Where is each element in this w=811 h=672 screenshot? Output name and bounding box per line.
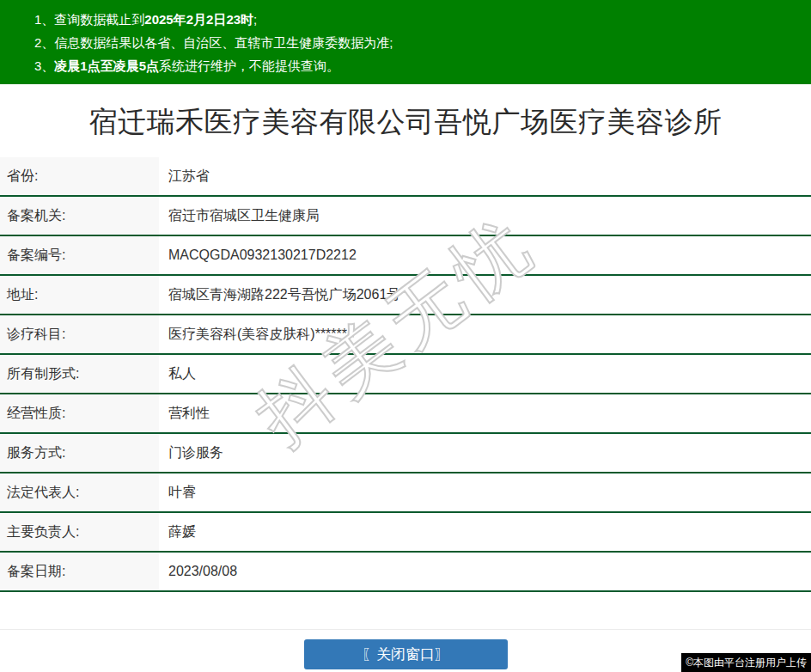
table-row: 所有制形式: 私人	[0, 355, 811, 394]
record-detail-page: 1、查询数据截止到2025年2月2日23时; 2、信息数据结果以各省、自治区、直…	[0, 0, 811, 672]
row-label: 省份:	[0, 157, 159, 195]
notice-text: 信息数据结果以各省、自治区、直辖市卫生健康委数据为准;	[54, 35, 393, 50]
table-row: 诊疗科目: 医疗美容科(美容皮肤科)******	[0, 315, 811, 355]
row-value: MACQGDA0932130217D2212	[159, 236, 357, 274]
notice-text: ;	[253, 12, 257, 27]
notice-banner: 1、查询数据截止到2025年2月2日23时; 2、信息数据结果以各省、自治区、直…	[0, 0, 811, 84]
notice-text-bold: 2025年2月2日23时	[144, 12, 253, 27]
row-label: 主要负责人:	[0, 513, 159, 551]
row-label: 备案日期:	[0, 553, 159, 590]
row-label: 地址:	[0, 276, 159, 314]
notice-number: 1、	[34, 12, 54, 27]
table-row: 备案日期: 2023/08/08	[0, 553, 811, 592]
table-row: 主要负责人: 薛媛	[0, 513, 811, 553]
table-row: 备案机关: 宿迁市宿城区卫生健康局	[0, 197, 811, 236]
row-value: 门诊服务	[159, 434, 223, 472]
table-row: 地址: 宿城区青海湖路222号吾悦广场2061号	[0, 276, 811, 315]
row-label: 经营性质:	[0, 394, 159, 432]
info-table: 省份: 江苏省 备案机关: 宿迁市宿城区卫生健康局 备案编号: MACQGDA0…	[0, 157, 811, 592]
row-value: 薛媛	[159, 513, 196, 551]
table-row: 经营性质: 营利性	[0, 394, 811, 434]
notice-item: 1、查询数据截止到2025年2月2日23时;	[34, 8, 794, 31]
notice-text: 系统进行维护，不能提供查询。	[159, 58, 339, 73]
table-row: 法定代表人: 叶睿	[0, 473, 811, 513]
row-value: 江苏省	[159, 157, 210, 195]
notice-item: 3、凌晨1点至凌晨5点系统进行维护，不能提供查询。	[34, 54, 794, 77]
row-value: 宿城区青海湖路222号吾悦广场2061号	[159, 276, 400, 314]
page-title: 宿迁瑞禾医疗美容有限公司吾悦广场医疗美容诊所	[0, 107, 811, 137]
row-value: 叶睿	[159, 473, 196, 511]
row-label: 备案编号:	[0, 236, 159, 274]
notice-number: 3、	[34, 58, 54, 73]
table-row: 省份: 江苏省	[0, 157, 811, 197]
row-value: 宿迁市宿城区卫生健康局	[159, 197, 320, 235]
notice-item: 2、信息数据结果以各省、自治区、直辖市卫生健康委数据为准;	[34, 31, 794, 54]
table-row: 备案编号: MACQGDA0932130217D2212	[0, 236, 811, 276]
row-value: 私人	[159, 355, 196, 393]
close-window-button[interactable]: 〖关闭窗口〗	[304, 639, 508, 669]
row-value: 2023/08/08	[159, 553, 237, 590]
row-label: 服务方式:	[0, 434, 159, 472]
row-value: 医疗美容科(美容皮肤科)******	[159, 315, 347, 353]
row-value: 营利性	[159, 394, 210, 432]
notice-text: 查询数据截止到	[54, 12, 144, 27]
notice-number: 2、	[34, 35, 54, 50]
row-label: 诊疗科目:	[0, 315, 159, 353]
row-label: 备案机关:	[0, 197, 159, 235]
row-label: 法定代表人:	[0, 473, 159, 511]
row-label: 所有制形式:	[0, 355, 159, 393]
upload-credit-badge: ©本图由平台注册用户上传	[681, 653, 811, 672]
notice-text-bold: 凌晨1点至凌晨5点	[54, 58, 159, 73]
table-row: 服务方式: 门诊服务	[0, 434, 811, 473]
